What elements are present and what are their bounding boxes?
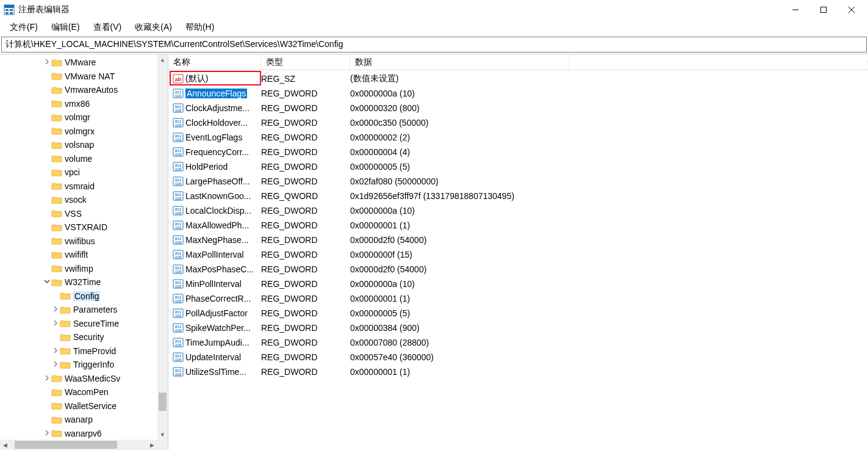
svg-rect-1	[4, 5, 14, 8]
chevron-right-icon[interactable]	[51, 306, 60, 313]
menu-help[interactable]: 帮助(H)	[179, 21, 220, 34]
tree-item[interactable]: wanarpv6	[0, 427, 157, 440]
scroll-track[interactable]	[157, 65, 168, 429]
tree-item[interactable]: VSS	[0, 207, 157, 221]
value-row[interactable]: 011110MaxPosPhaseC...REG_DWORD0x0000d2f0…	[168, 262, 868, 277]
tree-item[interactable]: W32Time	[0, 275, 157, 289]
tree-item[interactable]: Security	[0, 330, 157, 344]
value-row[interactable]: 011110EventLogFlagsREG_DWORD0x00000002 (…	[168, 130, 868, 145]
scroll-down-icon[interactable]: ▼	[157, 429, 168, 440]
maximize-button[interactable]	[809, 0, 838, 20]
folder-icon	[51, 195, 62, 205]
value-row[interactable]: 011110MaxAllowedPh...REG_DWORD0x00000001…	[168, 218, 868, 233]
close-button[interactable]	[838, 0, 866, 20]
value-row[interactable]: 011110TimeJumpAudi...REG_DWORD0x00007080…	[168, 335, 868, 350]
tree-item[interactable]: vsock	[0, 193, 157, 207]
value-row[interactable]: ab(默认)REG_SZ(数值未设置)	[168, 71, 868, 86]
chevron-down-icon[interactable]	[43, 278, 51, 286]
value-data: 0x00000005 (5)	[350, 162, 655, 172]
value-row[interactable]: 011110ClockHoldover...REG_DWORD0x0000c35…	[168, 115, 868, 130]
tree-item[interactable]: vsmraid	[0, 180, 157, 194]
tree-item[interactable]: vmx86	[0, 97, 157, 111]
tree-item[interactable]: VmwareAutos	[0, 83, 157, 97]
menu-view[interactable]: 查看(V)	[87, 21, 128, 34]
col-header-pad[interactable]	[570, 60, 868, 65]
chevron-right-icon[interactable]	[43, 375, 51, 382]
tree-item[interactable]: volmgr	[0, 111, 157, 125]
value-row[interactable]: 011110LocalClockDisp...REG_DWORD0x000000…	[168, 203, 868, 218]
value-row[interactable]: 011110UpdateIntervalREG_DWORD0x00057e40 …	[168, 350, 868, 365]
list-body[interactable]: ab(默认)REG_SZ(数值未设置)011110AnnounceFlagsRE…	[168, 70, 868, 450]
svg-rect-2	[5, 9, 9, 11]
tree-item[interactable]: volsnap	[0, 138, 157, 152]
tree-item[interactable]: vwifimp	[0, 262, 157, 276]
value-type: REG_QWORD	[261, 191, 350, 201]
svg-text:110: 110	[175, 285, 182, 288]
value-row[interactable]: 011110MinPollIntervalREG_DWORD0x0000000a…	[168, 277, 868, 291]
value-data: 0x00000001 (1)	[350, 294, 655, 303]
tree-item[interactable]: TimeProvid	[0, 344, 157, 358]
scroll-left-icon[interactable]: ◀	[0, 440, 10, 450]
tree-item[interactable]: vwifibus	[0, 234, 157, 249]
value-row[interactable]: 011110MaxNegPhase...REG_DWORD0x0000d2f0 …	[168, 233, 868, 247]
tree-item[interactable]: volume	[0, 152, 157, 166]
chevron-right-icon[interactable]	[43, 430, 51, 437]
menu-file[interactable]: 文件(F)	[4, 21, 44, 34]
value-type: REG_DWORD	[261, 206, 350, 216]
value-type: REG_DWORD	[261, 367, 350, 377]
value-row[interactable]: 011110PhaseCorrectR...REG_DWORD0x0000000…	[168, 291, 868, 306]
scroll-htrack[interactable]	[10, 440, 147, 450]
value-row[interactable]: 011110SpikeWatchPer...REG_DWORD0x0000038…	[168, 321, 868, 335]
tree-item[interactable]: vpci	[0, 165, 157, 180]
value-row[interactable]: 011110UtilizeSslTime...REG_DWORD0x000000…	[168, 365, 868, 379]
binary-value-icon: 011110	[172, 337, 184, 348]
scroll-hthumb[interactable]	[15, 441, 117, 449]
minimize-button[interactable]	[781, 0, 809, 20]
tree-item[interactable]: vwififlt	[0, 248, 157, 262]
address-text: 计算机\HKEY_LOCAL_MACHINE\SYSTEM\CurrentCon…	[5, 39, 343, 50]
tree-item[interactable]: VSTXRAID	[0, 220, 157, 234]
menu-edit[interactable]: 编辑(E)	[45, 21, 86, 34]
chevron-right-icon[interactable]	[51, 347, 60, 355]
tree-label: vwifimp	[65, 264, 93, 274]
address-bar[interactable]: 计算机\HKEY_LOCAL_MACHINE\SYSTEM\CurrentCon…	[1, 37, 867, 53]
tree-vscrollbar[interactable]: ▲ ▼	[157, 54, 168, 440]
value-row[interactable]: 011110ClockAdjustme...REG_DWORD0x0000032…	[168, 101, 868, 115]
tree-item[interactable]: WalletService	[0, 399, 157, 413]
col-header-name[interactable]: 名称	[168, 54, 261, 70]
value-type: REG_DWORD	[261, 338, 350, 347]
tree-item[interactable]: volmgrx	[0, 125, 157, 139]
tree-hscrollbar[interactable]: ◀ ▶	[0, 440, 157, 450]
value-row[interactable]: 011110AnnounceFlagsREG_DWORD0x0000000a (…	[168, 86, 868, 101]
col-header-type[interactable]: 类型	[261, 54, 350, 70]
chevron-right-icon[interactable]	[51, 361, 60, 368]
tree-item[interactable]: Config	[0, 289, 157, 303]
tree-item[interactable]: VMware NAT	[0, 70, 157, 84]
menu-favorites[interactable]: 收藏夹(A)	[129, 21, 178, 34]
tree-item[interactable]: TriggerInfo	[0, 358, 157, 372]
tree-label: TimeProvid	[73, 346, 116, 356]
chevron-right-icon[interactable]	[43, 59, 51, 66]
tree-item[interactable]: WaaSMedicSv	[0, 372, 157, 386]
chevron-right-icon[interactable]	[51, 320, 60, 327]
col-header-data[interactable]: 数据	[350, 54, 570, 70]
value-row[interactable]: 011110LastKnownGoo...REG_QWORD0x1d92656e…	[168, 189, 868, 203]
tree-item[interactable]: WacomPen	[0, 385, 157, 399]
scroll-right-icon[interactable]: ▶	[147, 440, 157, 450]
scroll-up-icon[interactable]: ▲	[157, 54, 168, 65]
tree-item[interactable]: Parameters	[0, 303, 157, 317]
tree-item[interactable]: SecureTime	[0, 317, 157, 331]
value-row[interactable]: 011110PollAdjustFactorREG_DWORD0x0000000…	[168, 306, 868, 321]
tree-label: volsnap	[65, 140, 94, 150]
value-name: AnnounceFlags	[185, 89, 261, 98]
tree[interactable]: VMwareVMware NATVmwareAutosvmx86volmgrvo…	[0, 54, 157, 440]
value-row[interactable]: 011110HoldPeriodREG_DWORD0x00000005 (5)	[168, 159, 868, 174]
value-row[interactable]: 011110MaxPollIntervalREG_DWORD0x0000000f…	[168, 247, 868, 262]
value-row[interactable]: 011110LargePhaseOff...REG_DWORD0x02faf08…	[168, 174, 868, 189]
folder-icon	[51, 223, 62, 232]
scroll-thumb[interactable]	[159, 393, 167, 411]
tree-item[interactable]: VMware	[0, 56, 157, 70]
value-row[interactable]: 011110FrequencyCorr...REG_DWORD0x0000000…	[168, 145, 868, 159]
value-data: 0x00000001 (1)	[350, 367, 655, 377]
tree-item[interactable]: wanarp	[0, 413, 157, 427]
